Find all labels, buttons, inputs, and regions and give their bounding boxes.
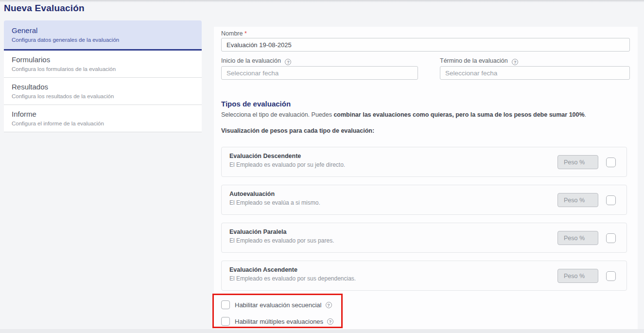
page-title: Nueva Evaluación <box>4 3 85 14</box>
sidebar-item-resultados[interactable]: Resultados Configura los resultados de l… <box>4 78 202 105</box>
sidebar-item-description: Configura los resultados de la evaluació… <box>12 93 194 99</box>
nombre-input[interactable] <box>221 38 630 52</box>
inicio-date-input[interactable] <box>221 66 418 80</box>
sidebar-item-label: Informe <box>12 110 194 118</box>
peso-input-ascendente[interactable] <box>557 269 598 283</box>
sidebar-item-general[interactable]: General Configura datos generales de la … <box>4 20 202 51</box>
card-title: Evaluación Ascendente <box>229 266 356 273</box>
main-panel: Nombre * Inicio de la evaluación ? Térmi… <box>214 27 638 329</box>
card-checkbox-ascendente[interactable] <box>606 271 616 281</box>
termino-help-icon[interactable]: ? <box>512 59 518 65</box>
required-asterisk: * <box>244 30 247 37</box>
card-checkbox-autoevaluacion[interactable] <box>606 195 616 205</box>
tipos-section-heading: Tipos de evaluación <box>221 100 291 108</box>
sidebar-item-informe[interactable]: Informe Configura el informe de la evalu… <box>4 105 202 132</box>
option-label-multiples: Habilitar múltiples evaluaciones <box>235 318 323 325</box>
nombre-label: Nombre * <box>221 30 247 37</box>
peso-input-autoevaluacion[interactable] <box>557 193 598 207</box>
option-checkbox-multiples[interactable] <box>221 317 230 326</box>
option-row-secuencial: Habilitar evaluación secuencial ? <box>221 300 332 309</box>
peso-input-paralela[interactable] <box>557 231 598 245</box>
bottom-strip <box>0 329 644 333</box>
sidebar-item-description: Configura los formularios de la evaluaci… <box>12 66 194 72</box>
secuencial-help-icon[interactable]: ? <box>326 302 332 308</box>
eval-type-card-ascendente: Evaluación Ascendente El Empleado es eva… <box>221 261 627 291</box>
sidebar: General Configura datos generales de la … <box>4 20 202 132</box>
inicio-label-text: Inicio de la evaluación <box>221 57 281 64</box>
card-description: El Empleado se evalúa a si mismo. <box>229 199 320 206</box>
tipos-intro: Selecciona el tipo de evaluación. Puedes… <box>221 111 632 118</box>
sidebar-item-label: Formularios <box>12 55 194 64</box>
sidebar-item-label: General <box>12 26 194 35</box>
eval-type-card-autoevaluacion: Autoevaluación El Empleado se evalúa a s… <box>221 185 627 215</box>
inicio-label: Inicio de la evaluación ? <box>221 57 291 65</box>
card-description: El Empleado es evaluado por sus dependen… <box>229 275 356 282</box>
option-row-multiples: Habilitar múltiples evaluaciones ? <box>221 317 333 326</box>
card-title: Evaluación Descendente <box>229 153 345 159</box>
option-label-secuencial: Habilitar evaluación secuencial <box>235 301 322 309</box>
peso-input-descendente[interactable] <box>557 155 598 169</box>
tipos-intro-end: . <box>585 111 586 118</box>
card-description: El Empleado es evaluado por su jefe dire… <box>229 161 345 168</box>
pesos-subheading: Visualización de pesos para cada tipo de… <box>221 127 374 134</box>
sidebar-item-formularios[interactable]: Formularios Configura los formularios de… <box>4 51 202 78</box>
sidebar-item-label: Resultados <box>12 83 194 91</box>
termino-date-input[interactable] <box>440 66 630 80</box>
top-shadow <box>0 0 644 2</box>
termino-label-text: Término de la evaluación <box>440 57 508 64</box>
option-checkbox-secuencial[interactable] <box>221 300 230 309</box>
nombre-label-text: Nombre <box>221 30 243 37</box>
tipos-intro-bold: combinar las evaluaciones como quieras, … <box>333 111 584 118</box>
card-description: El Empleado es evaluado por sus pares. <box>229 237 334 244</box>
multiples-help-icon[interactable]: ? <box>327 318 333 325</box>
card-checkbox-descendente[interactable] <box>606 158 616 167</box>
inicio-help-icon[interactable]: ? <box>285 59 291 65</box>
card-checkbox-paralela[interactable] <box>606 233 616 243</box>
termino-label: Término de la evaluación ? <box>440 57 518 65</box>
eval-type-card-descendente: Evaluación Descendente El Empleado es ev… <box>221 147 627 177</box>
sidebar-item-description: Configura el informe de la evaluación <box>12 121 194 126</box>
tipos-intro-regular: Selecciona el tipo de evaluación. Puedes <box>221 111 333 118</box>
card-title: Evaluación Paralela <box>229 228 334 235</box>
sidebar-item-description: Configura datos generales de la evaluaci… <box>12 37 194 43</box>
eval-type-card-paralela: Evaluación Paralela El Empleado es evalu… <box>221 223 627 253</box>
card-title: Autoevaluación <box>229 191 320 197</box>
